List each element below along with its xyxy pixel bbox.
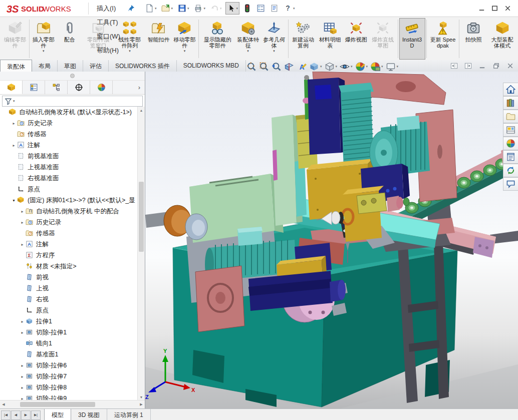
ribbon-move-component-button[interactable]: 移动零部件▾ [171, 18, 197, 60]
ribbon-tab-sketch[interactable]: 草图 [58, 60, 83, 72]
tree-vertical-scrollbar[interactable]: ▲ ▼ [137, 107, 145, 400]
panel-tab-featuremanager-design-tree[interactable] [0, 81, 23, 94]
ribbon-smart-fasteners-button[interactable]: 智能扣件 [145, 18, 171, 60]
expand-arrow-icon[interactable]: ▸ [19, 209, 26, 214]
ribbon-tab-solidworks-add-ins[interactable]: SOLIDWORKS 插件 [109, 60, 177, 72]
ribbon-bill-of-materials-button[interactable]: 材料明细表 [317, 18, 343, 60]
edit-appearance-button[interactable]: ▾ [354, 61, 369, 73]
tree-item[interactable]: 传感器 [0, 129, 138, 140]
taskpane-sync-button[interactable] [503, 164, 518, 177]
tree-item[interactable]: 上视 [0, 283, 138, 294]
scrollbar-thumb[interactable] [139, 182, 144, 252]
annotation-visibility-button[interactable]: A [296, 61, 308, 73]
taskpane-solidworks-forum-button[interactable] [503, 177, 518, 191]
panel-tab-propertymanager[interactable] [23, 81, 45, 94]
options-button[interactable] [255, 2, 267, 15]
zoom-to-fit-button[interactable] [245, 61, 257, 73]
tree-item[interactable]: ▸切除-拉伸1 [0, 327, 138, 338]
ribbon-show-hidden-components-button[interactable]: 显示隐藏的零部件 [200, 18, 235, 60]
panel-tab-dimxpertmanager[interactable] [68, 81, 90, 94]
expand-arrow-icon[interactable]: ▸ [11, 121, 17, 126]
tree-item[interactable]: ▾(固定) 床脚01<1>->? (默认<<默认>_显 [0, 195, 138, 206]
previous-window-button[interactable] [449, 61, 459, 70]
pin-icon[interactable] [127, 5, 135, 12]
tree-item[interactable]: 基准面1 [0, 349, 138, 360]
view-orientation-button[interactable]: ▾ [308, 61, 323, 73]
expand-arrow-icon[interactable]: ▸ [19, 242, 26, 247]
tree-item[interactable]: ▸切除-拉伸6 [0, 360, 138, 371]
minimize-button[interactable] [475, 3, 488, 14]
tree-item[interactable]: ▸历史记录 [0, 217, 138, 228]
tree-item[interactable]: ▸切除-拉伸8 [0, 382, 138, 393]
ribbon-linear-component-pattern-button[interactable]: 线性零部件阵列▾ [114, 18, 146, 60]
tree-item[interactable]: 自动钻孔倒角攻牙机 (默认<显示状态-1>) [0, 107, 138, 118]
ribbon-tab-layout[interactable]: 布局 [32, 60, 58, 72]
section-view-button[interactable] [283, 61, 295, 73]
taskpane-view-palette-button[interactable] [503, 123, 518, 137]
ribbon-mate-button[interactable]: 配合 [57, 18, 83, 60]
hide-show-items-button[interactable]: ▾ [339, 61, 354, 73]
scroll-down-icon[interactable]: ▼ [138, 393, 145, 400]
nav-first-button[interactable]: |◀ [1, 410, 11, 420]
display-style-button[interactable]: ▾ [324, 61, 339, 73]
taskpane-design-library-button[interactable] [503, 96, 518, 110]
ribbon-update-speedpak-button[interactable]: !更新 Speedpak [427, 18, 458, 60]
view-settings-button[interactable]: ▾ [385, 61, 400, 73]
select-button[interactable]: ▾ [225, 2, 240, 15]
close-document-button[interactable] [505, 61, 515, 70]
restore-document-button[interactable] [491, 61, 501, 70]
tree-item[interactable]: 右视 [0, 294, 138, 305]
print-button[interactable]: ▾ [192, 2, 207, 15]
panel-tab-overflow[interactable]: › [134, 81, 145, 94]
doc-tab-3d-views[interactable]: 3D 视图 [71, 409, 107, 420]
tree-item[interactable]: ▸拉伸1 [0, 316, 138, 327]
open-document-button[interactable]: ▾ [160, 2, 174, 15]
file-properties-button[interactable] [269, 2, 280, 15]
expand-arrow-icon[interactable]: ▸ [11, 143, 17, 148]
nav-previous-button[interactable]: ◀ [11, 410, 21, 420]
ribbon-tab-evaluate[interactable]: 评估 [83, 60, 109, 72]
scroll-right-icon[interactable]: ▶ [138, 400, 145, 408]
tree-item[interactable]: ▸切除-拉伸7 [0, 371, 138, 382]
expand-arrow-icon[interactable]: ▸ [19, 374, 26, 379]
doc-tab-model[interactable]: 模型 [44, 409, 71, 420]
filter-button[interactable]: ▾ [2, 96, 143, 107]
minimize-document-button[interactable] [477, 61, 487, 70]
taskpane-solidworks-resources-button[interactable] [503, 83, 518, 96]
tree-item[interactable]: Σ方程序 [0, 250, 138, 261]
tree-item[interactable]: 前视 [0, 272, 138, 283]
tree-item[interactable]: ▸自动钻孔倒角攻牙机 中的配合 [0, 206, 138, 217]
save-button[interactable]: ▾ [176, 2, 191, 15]
tree-item[interactable]: 原点 [0, 305, 138, 316]
tree-item[interactable]: ▸A注解 [0, 239, 138, 250]
ribbon-insert-components-button[interactable]: 插入零部件▾ [31, 18, 57, 60]
ribbon-instant3d-button[interactable]: Instant3D [399, 18, 425, 60]
apply-scene-button[interactable]: ▾ [369, 61, 384, 73]
nav-last-button[interactable]: ▶| [31, 410, 41, 420]
rebuild-button[interactable] [241, 2, 253, 15]
nav-next-button[interactable]: ▶ [21, 410, 31, 420]
tree-item[interactable]: ▸A注解 [0, 140, 138, 151]
expand-arrow-icon[interactable]: ▸ [19, 319, 26, 324]
tree-horizontal-scrollbar[interactable]: ◀ ▶ [0, 400, 145, 408]
new-document-button[interactable]: ▾ [144, 2, 158, 15]
doc-tab-motion-study-1[interactable]: 运动算例 1 [107, 409, 151, 420]
tree-item[interactable]: 材质 <未指定> [0, 261, 138, 272]
tree-item[interactable]: 上视基准面 [0, 162, 138, 173]
ribbon-tab-solidworks-mbd[interactable]: SOLIDWORKS MBD [177, 60, 246, 72]
panel-tab-configurationmanager[interactable] [45, 81, 68, 94]
scroll-left-icon[interactable]: ◀ [0, 400, 7, 408]
tree-item[interactable]: 传感器 [0, 228, 138, 239]
panel-tab-displaymanager[interactable] [90, 81, 113, 94]
previous-view-button[interactable] [271, 61, 283, 73]
ribbon-assembly-features-button[interactable]: 装配体特征▾ [235, 18, 261, 60]
expand-arrow-icon[interactable]: ▸ [19, 330, 26, 335]
tree-item[interactable]: 原点 [0, 184, 138, 195]
help-button[interactable]: ?▾ [282, 2, 297, 15]
tree-item[interactable]: ▸历史记录 [0, 118, 138, 129]
scroll-up-icon[interactable]: ▲ [138, 107, 145, 114]
expand-arrow-icon[interactable]: ▸ [19, 220, 26, 225]
panel-splitter[interactable] [0, 72, 145, 81]
ribbon-new-motion-study-button[interactable]: 新建运动算例 [290, 18, 317, 60]
tree-item[interactable]: 右视基准面 [0, 173, 138, 184]
